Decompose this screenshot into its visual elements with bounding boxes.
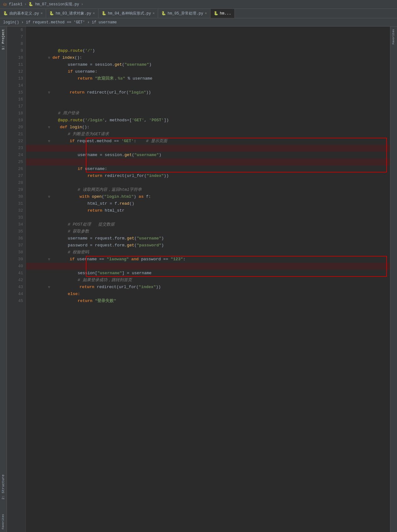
tab-2[interactable]: 🐍 hm_04_各种响应形式.py ✕ <box>98 9 158 18</box>
code-line-21: ▽ if request.method == 'GET': # 显示页面 <box>26 131 390 138</box>
line-numbers: 6 7 8 9 10 11 12 13 14 15 16 17 18 19 20… <box>13 27 26 532</box>
nav-breadcrumb: login() › if request.method == 'GET' › i… <box>3 20 117 25</box>
code-line-19: ▽ def login(): <box>26 117 390 124</box>
line-num-12: 12 <box>15 68 23 75</box>
tab-icon-0: 🐍 <box>3 11 8 16</box>
code-line-6 <box>26 27 390 33</box>
tab-4[interactable]: 🐍 hm... <box>210 9 235 18</box>
line-num-41: 41 <box>15 270 23 277</box>
tab-icon-3: 🐍 <box>161 11 166 16</box>
code-line-31: return html_str <box>26 200 390 207</box>
tab-close-1[interactable]: ✕ <box>93 11 95 16</box>
line-num-11: 11 <box>15 61 23 68</box>
line-num-23: 23 <box>15 145 23 152</box>
code-line-30: html_str = f.read() <box>26 193 390 200</box>
code-line-39: # 用session记录用户的登录状态 类字典对象 <box>26 256 390 263</box>
tab-icon-4: 🐍 <box>214 11 218 16</box>
line-num-20: 20 <box>15 124 23 131</box>
code-line-29: ▽ with open("login.html") as f: <box>26 186 390 193</box>
code-line-37: # 校验密码 <box>26 242 390 249</box>
line-num-26: 26 <box>15 166 23 172</box>
code-line-43: else: <box>26 284 390 291</box>
tab-close-2[interactable]: ✕ <box>152 11 155 16</box>
tab-label-3: hm_05_异常处理.py <box>168 11 203 16</box>
title-project: flask1 <box>9 2 22 7</box>
tab-1[interactable]: 🐍 hm_03_请求对象.py ✕ <box>46 9 98 18</box>
code-line-11: if username: <box>26 61 390 68</box>
title-sep2: › <box>81 2 83 7</box>
code-line-45 <box>26 298 390 305</box>
code-line-14: ▽ return redirect(url_for("login")) <box>26 82 390 89</box>
tab-0[interactable]: 🐍 由的基本定义.py ✕ <box>0 9 46 18</box>
panel-label-right[interactable]: Favorites <box>391 27 397 47</box>
left-panel: 1: Project 2: Structure Favorites <box>0 27 7 532</box>
code-line-22: # 取出session中的数据 <box>26 138 390 145</box>
code-line-12: return "欢迎回来，%s" % username <box>26 68 390 75</box>
line-num-6: 6 <box>15 27 23 33</box>
title-sep1: › <box>24 2 27 7</box>
code-line-15 <box>26 89 390 96</box>
code-line-41: # 如果登录成功，跳转到首页 <box>26 270 390 277</box>
tab-label-1: hm_03_请求对象.py <box>56 11 91 16</box>
code-line-8: @app.route('/') <box>26 40 390 47</box>
code-line-35: username = request.form.get("username") <box>26 228 390 235</box>
tab-label-4: hm... <box>220 11 231 16</box>
line-num-13: 13 <box>15 75 23 82</box>
line-num-16: 16 <box>15 96 23 103</box>
tab-label-2: hm_04_各种响应形式.py <box>108 11 151 16</box>
line-num-28: 28 <box>15 179 23 186</box>
code-area: 6 7 8 9 10 11 12 13 14 15 16 17 18 19 20… <box>7 27 390 532</box>
line-num-29: 29 <box>15 186 23 193</box>
code-line-36: password = request.form.get("password") <box>26 235 390 242</box>
title-project-icon: 🗂 <box>3 2 7 7</box>
line-num-40: 40 <box>15 263 23 270</box>
code-line-18: @app.route('/login', methods=['GET', 'PO… <box>26 110 390 117</box>
tab-label-0: 由的基本定义.py <box>9 11 39 16</box>
title-file-icon: 🐍 <box>28 2 33 7</box>
code-line-32 <box>26 207 390 214</box>
code-line-42: ▽ return redirect(url_for("index")) <box>26 277 390 284</box>
line-num-15: 15 <box>15 89 23 96</box>
code-line-13 <box>26 75 390 82</box>
line-num-19: 19 <box>15 117 23 124</box>
tabs-bar: 🐍 由的基本定义.py ✕ 🐍 hm_03_请求对象.py ✕ 🐍 hm_04_… <box>0 9 397 18</box>
code-line-23: username = session.get("username") <box>26 145 390 152</box>
code-line-34: # 获取参数 <box>26 221 390 228</box>
tab-close-0[interactable]: ✕ <box>41 11 43 16</box>
line-num-31: 31 <box>15 200 23 207</box>
code-line-10: username = session.get("username") <box>26 54 390 61</box>
line-num-35: 35 <box>15 228 23 235</box>
line-num-38: 38 <box>15 249 23 256</box>
panel-label-structure[interactable]: 2: Structure <box>0 472 7 502</box>
line-num-43: 43 <box>15 284 23 291</box>
breakpoint-gutter <box>7 27 13 532</box>
panel-label-favorites[interactable]: Favorites <box>1 511 6 532</box>
code-line-25: if username: <box>26 159 390 166</box>
line-num-10: 10 <box>15 54 23 61</box>
panel-label-project[interactable]: 1: Project <box>0 27 7 52</box>
line-num-8: 8 <box>15 40 23 47</box>
code-line-20: # 判断是否为GET请求 <box>26 124 390 131</box>
line-num-30: 30 <box>15 193 23 200</box>
code-line-40: session["username"] = username <box>26 263 390 270</box>
line-num-7: 7 <box>15 33 23 40</box>
tab-icon-2: 🐍 <box>102 11 106 16</box>
nav-bar: login() › if request.method == 'GET' › i… <box>0 18 397 27</box>
code-line-27 <box>26 172 390 179</box>
tab-icon-1: 🐍 <box>49 11 54 16</box>
line-num-34: 34 <box>15 221 23 228</box>
code-content: @app.route('/') ▽ def index(): username … <box>26 27 390 532</box>
tab-3[interactable]: 🐍 hm_05_异常处理.py ✕ <box>158 9 210 18</box>
line-num-9: 9 <box>15 47 23 54</box>
title-file: hm_07_session实现.py <box>35 2 79 7</box>
tab-close-3[interactable]: ✕ <box>205 11 207 16</box>
code-line-16 <box>26 96 390 103</box>
line-num-21: 21 <box>15 131 23 138</box>
code-line-24: # 如果已登录，直接跳转到首页 <box>26 152 390 159</box>
code-line-7 <box>26 33 390 40</box>
line-num-36: 36 <box>15 235 23 242</box>
right-panel: Favorites <box>390 27 397 532</box>
line-num-17: 17 <box>15 103 23 110</box>
code-line-9: ▽ def index(): <box>26 47 390 54</box>
line-num-42: 42 <box>15 277 23 284</box>
